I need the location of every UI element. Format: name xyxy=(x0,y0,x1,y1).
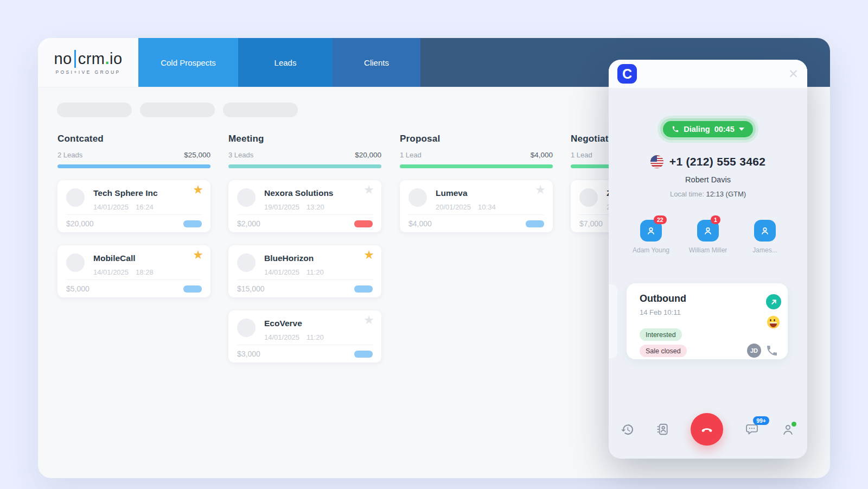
lead-name: BlueHorizon xyxy=(264,253,314,263)
logo-part-io: io xyxy=(110,50,123,68)
phone-number: +1 (212) 555 3462 xyxy=(669,155,765,168)
filter-placeholder-2[interactable] xyxy=(140,103,215,117)
column-lead-count: 1 Lead xyxy=(400,151,422,159)
local-time: Local time: 12:13 (GTM) xyxy=(609,190,807,198)
lead-card-lumeva[interactable]: Lumeva 20/01/2025 10:34 ★ $4,000 xyxy=(400,180,553,232)
call-history-card[interactable]: Outbound 14 Feb 10:11 Interested Sale cl… xyxy=(627,283,788,359)
lead-status-pill xyxy=(183,220,202,227)
hang-up-phone-icon xyxy=(699,421,715,437)
lead-value: $2,000 xyxy=(237,219,260,228)
agent-name: James... xyxy=(752,246,777,254)
lead-datetime: 14/01/2025 11:20 xyxy=(264,333,324,341)
phone-icon xyxy=(672,125,679,133)
logo-bar-icon xyxy=(74,50,76,68)
call-direction-label: Outbound xyxy=(640,293,686,304)
call-status-label: Dialing xyxy=(684,125,710,134)
lead-status-pill xyxy=(354,351,373,358)
call-back-icon[interactable] xyxy=(765,344,778,359)
tab-leads[interactable]: Leads xyxy=(238,38,333,87)
logo-part-crm: crm xyxy=(78,50,105,68)
hang-up-button[interactable] xyxy=(691,413,723,446)
star-icon[interactable]: ★ xyxy=(363,314,374,326)
local-time-value: 12:13 (GTM) xyxy=(706,190,746,198)
lead-value: $7,000 xyxy=(579,219,603,228)
column-cards: Lumeva 20/01/2025 10:34 ★ $4,000 xyxy=(400,180,553,232)
lead-time: 16:24 xyxy=(136,203,154,211)
column-stats: 1 Lead $4,000 xyxy=(400,151,553,159)
column-title: Contcated xyxy=(58,134,210,144)
smiley-emoji-icon xyxy=(767,316,780,328)
star-icon[interactable]: ★ xyxy=(193,249,203,261)
column-amount: $25,000 xyxy=(184,151,210,159)
lead-time: 11:20 xyxy=(307,333,324,341)
agent-adam-young[interactable]: 22 Adam Young xyxy=(640,220,662,254)
lead-avatar xyxy=(66,253,85,272)
star-icon[interactable]: ★ xyxy=(535,184,546,196)
call-history-icon[interactable] xyxy=(621,423,634,436)
star-icon[interactable]: ★ xyxy=(363,184,374,196)
lead-date: 14/01/2025 xyxy=(264,333,299,341)
column-contcated: Contcated 2 Leads $25,000 Tech Sphere In… xyxy=(58,134,210,297)
call-status-pill[interactable]: Dialing 00:45 xyxy=(663,121,752,137)
lead-card-footer: $4,000 xyxy=(409,214,544,232)
chevron-down-icon xyxy=(739,128,744,131)
lead-card-footer: $15,000 xyxy=(237,280,373,297)
lead-time: 13:20 xyxy=(307,203,324,211)
lead-avatar xyxy=(66,188,85,207)
close-icon[interactable]: ✕ xyxy=(788,64,799,84)
agent-william-miller[interactable]: 1 William Miller xyxy=(697,220,719,254)
column-cards: Tech Sphere Inc 14/01/2025 16:24 ★ $20,0… xyxy=(58,180,210,297)
lead-name: Nexora Solutions xyxy=(264,188,333,198)
lead-datetime: 14/01/2025 18:28 xyxy=(93,268,154,276)
lead-datetime: 20/01/2025 10:34 xyxy=(436,203,496,211)
tab-clients[interactable]: Clients xyxy=(333,38,420,87)
notification-badge: 22 xyxy=(654,215,667,224)
column-progress-bar xyxy=(58,164,210,168)
page: no crm . io POSI+IVE GROUP Cold Prospect… xyxy=(0,0,868,489)
contacts-book-icon[interactable] xyxy=(655,422,669,436)
star-icon[interactable]: ★ xyxy=(193,184,203,196)
lead-value: $15,000 xyxy=(237,284,265,293)
lead-time: 11:20 xyxy=(307,268,324,276)
column-stats: 3 Leads $20,000 xyxy=(228,151,381,159)
agents-status-icon[interactable] xyxy=(781,422,795,437)
logo-part-no: no xyxy=(54,50,72,68)
lead-datetime: 14/01/2025 16:24 xyxy=(93,203,154,211)
lead-avatar xyxy=(579,188,598,207)
column-lead-count: 3 Leads xyxy=(228,151,253,159)
filter-placeholder-3[interactable] xyxy=(223,103,298,117)
call-status-row: Dialing 00:45 xyxy=(609,121,807,137)
lead-card-ecoverve[interactable]: EcoVerve 14/01/2025 11:20 ★ $3,000 xyxy=(228,310,381,363)
chat-icon[interactable]: 99+ xyxy=(744,422,760,437)
us-flag-icon xyxy=(650,155,663,168)
lead-card-mobilecall[interactable]: MobileCall 14/01/2025 18:28 ★ $5,000 xyxy=(58,245,210,297)
column-stats: 2 Leads $25,000 xyxy=(58,151,210,159)
column-lead-count: 1 Lead xyxy=(571,151,592,159)
column-title: Proposal xyxy=(400,134,553,144)
contact-card-icon xyxy=(754,220,776,242)
call-history-datetime: 14 Feb 10:11 xyxy=(640,308,681,316)
agent-james[interactable]: James... xyxy=(754,220,776,254)
lead-card-tech-sphere[interactable]: Tech Sphere Inc 14/01/2025 16:24 ★ $20,0… xyxy=(58,180,210,232)
lead-name: EcoVerve xyxy=(264,319,302,328)
lead-datetime: 14/01/2025 11:20 xyxy=(264,268,324,276)
lead-date: 14/01/2025 xyxy=(93,203,129,211)
call-widget-header: C ✕ xyxy=(609,60,807,88)
tag-interested: Interested xyxy=(640,328,682,341)
column-progress-bar xyxy=(228,164,381,168)
lead-name: Tech Sphere Inc xyxy=(93,188,158,198)
lead-time: 10:34 xyxy=(478,203,496,211)
call-timer: 00:45 xyxy=(714,125,735,134)
column-meeting: Meeting 3 Leads $20,000 Nexora Solutions… xyxy=(228,134,381,363)
column-title: Meeting xyxy=(228,134,381,144)
star-icon[interactable]: ★ xyxy=(363,249,374,261)
logo-subtitle: POSI+IVE GROUP xyxy=(55,69,120,75)
filter-placeholder-1[interactable] xyxy=(57,103,132,117)
tab-cold-prospects[interactable]: Cold Prospects xyxy=(138,38,238,87)
nocrm-logo-wordmark: no crm . io xyxy=(54,50,122,68)
lead-card-nexora[interactable]: Nexora Solutions 19/01/2025 13:20 ★ $2,0… xyxy=(228,180,381,232)
carousel-prev-card-peek[interactable] xyxy=(609,284,617,358)
lead-card-bluehorizon[interactable]: BlueHorizon 14/01/2025 11:20 ★ $15,000 xyxy=(228,245,381,297)
lead-name: MobileCall xyxy=(93,253,136,263)
tag-sale-closed: Sale closed xyxy=(640,345,687,357)
